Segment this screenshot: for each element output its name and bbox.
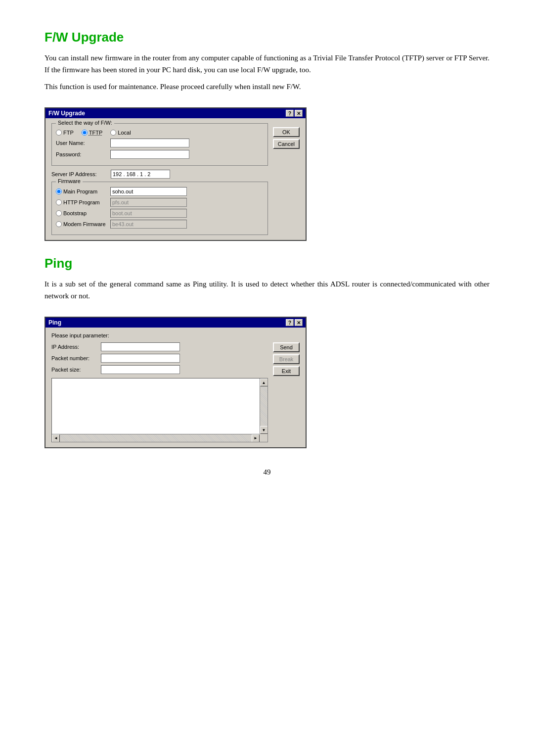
- fw-upgrade-body-text-2: This function is used for maintenance. P…: [44, 81, 490, 93]
- ping-scrollbar-h[interactable]: ◄ ►: [52, 434, 260, 442]
- ip-address-row: IP Address:: [51, 342, 268, 351]
- titlebar-buttons: ? ✕: [286, 110, 303, 117]
- ping-left-panel: Please input parameter: IP Address: Pack…: [51, 332, 268, 442]
- ping-right-panel: Send Break Exit: [273, 332, 300, 442]
- local-label: Local: [118, 130, 131, 136]
- ping-titlebar-buttons: ? ✕: [286, 319, 303, 326]
- packet-size-label: Packet size:: [51, 367, 101, 373]
- ping-titlebar: Ping ? ✕: [45, 318, 306, 328]
- exit-button[interactable]: Exit: [273, 366, 300, 376]
- password-input[interactable]: [110, 150, 189, 159]
- fw-dialog-body: Select the way of F/W: FTP TFTP: [45, 118, 306, 240]
- bootstrap-input: [110, 209, 187, 218]
- select-way-inner: FTP TFTP Local User: [52, 124, 267, 165]
- firmware-group-label: Firmware: [56, 178, 83, 184]
- bootstrap-radio-label[interactable]: Bootstrap: [56, 210, 110, 216]
- main-program-radio-label[interactable]: Main Program: [56, 189, 110, 194]
- packet-size-row: Packet size:: [51, 365, 268, 374]
- fw-upgrade-titlebar: F/W Upgrade ? ✕: [45, 108, 306, 118]
- ping-close-button[interactable]: ✕: [295, 319, 303, 326]
- select-way-label: Select the way of F/W:: [56, 120, 114, 126]
- fw-upgrade-body-text-1: You can install new firmware in the rout…: [44, 52, 490, 76]
- packet-size-input[interactable]: [101, 365, 180, 374]
- bootstrap-label: Bootstrap: [63, 210, 87, 216]
- send-button[interactable]: Send: [273, 342, 300, 352]
- server-ip-input[interactable]: [111, 170, 170, 179]
- modem-firmware-radio[interactable]: [56, 221, 62, 227]
- fw-dialog-content: Select the way of F/W: FTP TFTP: [51, 123, 300, 235]
- scroll-down-button[interactable]: ▼: [260, 426, 268, 434]
- main-program-row: Main Program: [56, 187, 264, 196]
- ping-scrollbar-v[interactable]: ▲ ▼: [260, 378, 267, 434]
- modem-firmware-radio-label[interactable]: Modem Firmware: [56, 221, 110, 227]
- ping-titlebar-label: Ping: [48, 319, 61, 326]
- fw-ok-button[interactable]: OK: [273, 127, 300, 137]
- tftp-label: TFTP: [89, 130, 103, 136]
- http-program-row: HTTP Program: [56, 198, 264, 207]
- password-label: Password:: [56, 151, 110, 157]
- ping-body-text: It is a sub set of the general command s…: [44, 278, 490, 302]
- modem-firmware-input: [110, 220, 187, 229]
- http-program-label: HTTP Program: [63, 199, 100, 205]
- ip-address-input[interactable]: [101, 342, 180, 351]
- ping-dialog-body: Please input parameter: IP Address: Pack…: [45, 328, 306, 447]
- break-button[interactable]: Break: [273, 354, 300, 364]
- server-ip-label: Server IP Address:: [51, 171, 111, 177]
- username-row: User Name:: [56, 139, 264, 147]
- main-program-input[interactable]: [110, 187, 187, 196]
- http-program-input: [110, 198, 187, 207]
- ping-output-area: ▲ ▼ ◄ ►: [51, 378, 268, 442]
- firmware-inner: Main Program HTTP Program: [52, 182, 267, 235]
- http-program-radio-label[interactable]: HTTP Program: [56, 199, 110, 205]
- page-number: 49: [44, 468, 490, 476]
- fw-cancel-button[interactable]: Cancel: [273, 139, 300, 149]
- scroll-track-v: [260, 386, 267, 426]
- local-radio-label[interactable]: Local: [110, 130, 131, 136]
- ftp-label: FTP: [63, 130, 74, 136]
- scroll-right-button[interactable]: ►: [252, 434, 260, 442]
- fw-right-panel: OK Cancel: [273, 123, 300, 235]
- ping-help-button[interactable]: ?: [286, 319, 294, 326]
- ftp-radio-label[interactable]: FTP: [56, 130, 74, 136]
- scroll-left-button[interactable]: ◄: [52, 434, 60, 442]
- tftp-radio-label[interactable]: TFTP: [82, 130, 103, 136]
- please-input-label: Please input parameter:: [51, 332, 268, 338]
- bootstrap-row: Bootstrap: [56, 209, 264, 218]
- packet-number-label: Packet number:: [51, 355, 101, 361]
- packet-number-input[interactable]: [101, 354, 180, 363]
- fw-close-button[interactable]: ✕: [295, 110, 303, 117]
- fw-upgrade-title: F/W Upgrade: [44, 30, 490, 45]
- fw-left-panel: Select the way of F/W: FTP TFTP: [51, 123, 268, 235]
- firmware-group: Firmware Main Program HT: [51, 182, 268, 235]
- ip-address-label: IP Address:: [51, 344, 101, 350]
- scrollbar-corner: [260, 434, 267, 442]
- username-label: User Name:: [56, 140, 110, 146]
- bootstrap-radio[interactable]: [56, 210, 62, 216]
- password-row: Password:: [56, 150, 264, 159]
- server-ip-row: Server IP Address:: [51, 170, 268, 179]
- fw-upgrade-dialog: F/W Upgrade ? ✕ Select the way of F/W: F…: [44, 107, 307, 241]
- http-program-radio[interactable]: [56, 199, 62, 205]
- fw-method-row: FTP TFTP Local: [56, 130, 264, 136]
- fw-upgrade-titlebar-label: F/W Upgrade: [48, 110, 85, 117]
- ftp-radio[interactable]: [56, 130, 62, 136]
- ping-dialog-content: Please input parameter: IP Address: Pack…: [51, 332, 300, 442]
- fw-help-button[interactable]: ?: [286, 110, 294, 117]
- select-way-group: Select the way of F/W: FTP TFTP: [51, 123, 268, 166]
- scroll-up-button[interactable]: ▲: [260, 378, 268, 386]
- main-program-label: Main Program: [63, 189, 97, 194]
- ping-title: Ping: [44, 256, 490, 271]
- ping-output-content: [52, 378, 260, 434]
- scroll-track-h: [60, 434, 252, 442]
- main-program-radio[interactable]: [56, 189, 62, 194]
- modem-firmware-label: Modem Firmware: [63, 221, 106, 227]
- packet-number-row: Packet number:: [51, 354, 268, 363]
- ping-dialog: Ping ? ✕ Please input parameter: IP Addr…: [44, 317, 307, 448]
- username-input[interactable]: [110, 139, 189, 147]
- tftp-radio[interactable]: [82, 130, 88, 136]
- local-radio[interactable]: [110, 130, 116, 136]
- modem-firmware-row: Modem Firmware: [56, 220, 264, 229]
